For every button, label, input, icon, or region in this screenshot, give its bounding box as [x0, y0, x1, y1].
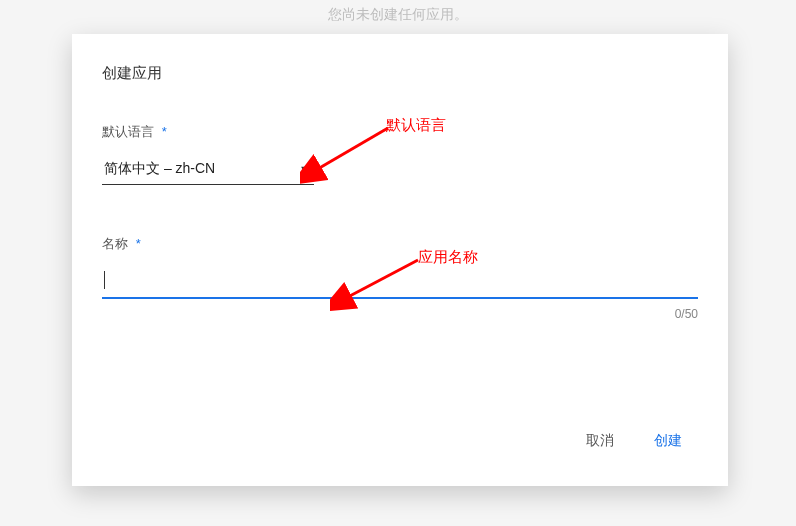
- language-select[interactable]: 简体中文 – zh-CN ▼: [102, 153, 314, 185]
- name-input-wrap[interactable]: [102, 269, 698, 299]
- name-label: 名称 *: [102, 235, 698, 253]
- create-button[interactable]: 创建: [638, 424, 698, 458]
- modal-title: 创建应用: [102, 64, 698, 83]
- backdrop-hint-text: 您尚未创建任何应用。: [328, 6, 468, 24]
- name-input[interactable]: [104, 274, 696, 290]
- modal-actions: 取消 创建: [570, 424, 698, 458]
- name-label-text: 名称: [102, 236, 128, 251]
- required-asterisk: *: [136, 236, 141, 251]
- required-asterisk: *: [162, 124, 167, 139]
- create-app-modal: 创建应用 默认语言 * 简体中文 – zh-CN ▼ 名称 * 0/50 取消 …: [72, 34, 728, 486]
- cancel-button[interactable]: 取消: [570, 424, 630, 458]
- name-field: 名称 * 0/50: [102, 235, 698, 321]
- language-label: 默认语言 *: [102, 123, 698, 141]
- language-field: 默认语言 * 简体中文 – zh-CN ▼: [102, 123, 698, 185]
- chevron-down-icon: ▼: [299, 163, 310, 175]
- language-label-text: 默认语言: [102, 124, 154, 139]
- char-counter: 0/50: [102, 307, 698, 321]
- text-cursor: [104, 271, 105, 289]
- language-selected-value: 简体中文 – zh-CN: [104, 160, 215, 176]
